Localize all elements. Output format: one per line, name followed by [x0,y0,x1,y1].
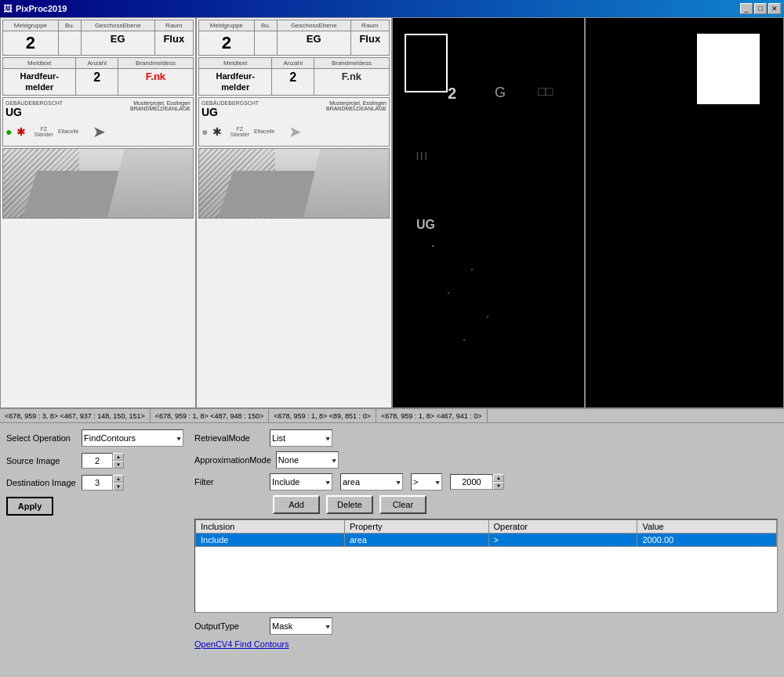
table-row[interactable]: Include area > 2000.00 [196,534,777,547]
col-header-property: Property [344,520,488,534]
approx-mode-wrapper: None Simple TC89_L1 ▼ [276,451,339,469]
retrieval-mode-label: RetrievalMode [194,433,265,443]
retrieval-mode-wrapper: List External CCOMP Tree ▼ [270,429,332,447]
status-item-4: <678, 959 : 1, 8> <467, 941 : 0> [376,409,488,422]
source-image-label: Source Image [6,456,77,465]
approx-mode-row: ApproximationMode None Simple TC89_L1 ▼ [194,451,778,469]
status-item-3: <678, 959 : 1, 8> <89, 851 : 0> [269,409,376,422]
opencv-link[interactable]: OpenCV4 Find Contours [194,639,289,649]
right-controls: RetrievalMode List External CCOMP Tree ▼… [194,429,778,671]
filter-operator-select[interactable]: > < = >= <= [411,473,442,491]
image-panel-3: 2 G □□ | | | UG [392,17,585,408]
main-window: Meldgruppe Bu. GeschossEbene Raum 2 EG F… [0,17,784,677]
filter-value-wrapper: ▲ ▼ [450,474,504,490]
filter-buttons-row: Add Delete Clear [194,495,778,514]
retrieval-mode-select[interactable]: List External CCOMP Tree [270,429,332,447]
approx-mode-select[interactable]: None Simple TC89_L1 [276,451,339,469]
filter-inclusion-select[interactable]: Include Exclude [270,473,332,491]
output-type-wrapper: Mask Contours Both ▼ [270,617,332,635]
source-image-spinner: ▲ ▼ [82,453,124,469]
row-value: 2000.00 [637,534,777,547]
title-bar: 🖼 PixProc2019 _ □ ✕ [0,0,784,17]
maximize-button[interactable]: □ [754,3,767,14]
delete-button[interactable]: Delete [326,495,373,514]
window-controls: _ □ ✕ [740,3,781,14]
row-operator: > [488,534,637,547]
filter-property-wrapper: area perimeter width height ▼ [340,473,403,491]
output-type-row: OutputType Mask Contours Both ▼ [194,617,778,635]
destination-image-row: Destination Image ▲ ▼ [6,475,179,491]
destination-image-input[interactable] [82,475,113,491]
close-button[interactable]: ✕ [768,3,781,14]
select-operation-select[interactable]: FindContours FindEdges Threshold [82,429,183,447]
link-row: OpenCV4 Find Contours [194,639,778,649]
destination-image-down[interactable]: ▼ [113,483,124,491]
status-item-1: <678, 959 : 3, 8> <467, 937 : 148, 150, … [0,409,151,422]
select-operation-wrapper: FindContours FindEdges Threshold ▼ [82,429,183,447]
col-header-value: Value [637,520,777,534]
filter-property-select[interactable]: area perimeter width height [340,473,403,491]
row-property: area [344,534,488,547]
minimize-button[interactable]: _ [740,3,753,14]
image-panel-2: Meldgruppe Bu. GeschossEbene Raum 2 EG F… [196,17,392,408]
filter-table: Inclusion Property Operator Value Includ… [195,520,777,547]
apply-row: Apply [6,497,179,516]
filter-value-down[interactable]: ▼ [493,482,504,490]
clear-button[interactable]: Clear [379,495,426,514]
filter-table-container: Inclusion Property Operator Value Includ… [194,519,778,613]
filter-operator-wrapper: > < = >= <= ▼ [411,473,442,491]
source-image-down[interactable]: ▼ [113,461,124,469]
left-controls: Select Operation FindContours FindEdges … [6,429,179,671]
filter-label: Filter [194,477,265,487]
image-panel-1: Meldgruppe Bu. GeschossEbene Raum 2 EG F… [0,17,196,408]
filter-value-input[interactable] [450,474,493,490]
source-image-row: Source Image ▲ ▼ [6,453,179,469]
select-operation-row: Select Operation FindContours FindEdges … [6,429,179,447]
destination-image-spinner: ▲ ▼ [82,475,124,491]
col-header-inclusion: Inclusion [196,520,345,534]
output-type-label: OutputType [194,621,265,631]
retrieval-mode-row: RetrievalMode List External CCOMP Tree ▼ [194,429,778,447]
output-type-select[interactable]: Mask Contours Both [270,617,332,635]
source-image-up[interactable]: ▲ [113,453,124,461]
filter-value-up[interactable]: ▲ [493,474,504,482]
select-operation-label: Select Operation [6,433,77,443]
filter-row: Filter Include Exclude ▼ area perimeter … [194,473,778,491]
approx-mode-label: ApproximationMode [194,455,271,465]
filter-inclusion-wrapper: Include Exclude ▼ [270,473,332,491]
apply-button[interactable]: Apply [6,497,53,516]
image-panel-4 [585,17,784,408]
source-image-input[interactable] [82,453,113,469]
row-inclusion: Include [196,534,345,547]
status-bar: <678, 959 : 3, 8> <467, 937 : 148, 150, … [0,409,784,423]
destination-image-label: Destination Image [6,478,77,487]
window-title: PixProc2019 [16,4,67,13]
image-panels-row: Meldgruppe Bu. GeschossEbene Raum 2 EG F… [0,17,784,409]
add-button[interactable]: Add [273,495,320,514]
status-item-2: <678, 959 : 1, 8> <487, 948 : 150> [151,409,270,422]
col-header-operator: Operator [488,520,637,534]
destination-image-up[interactable]: ▲ [113,475,124,483]
controls-area: Select Operation FindContours FindEdges … [0,423,784,677]
